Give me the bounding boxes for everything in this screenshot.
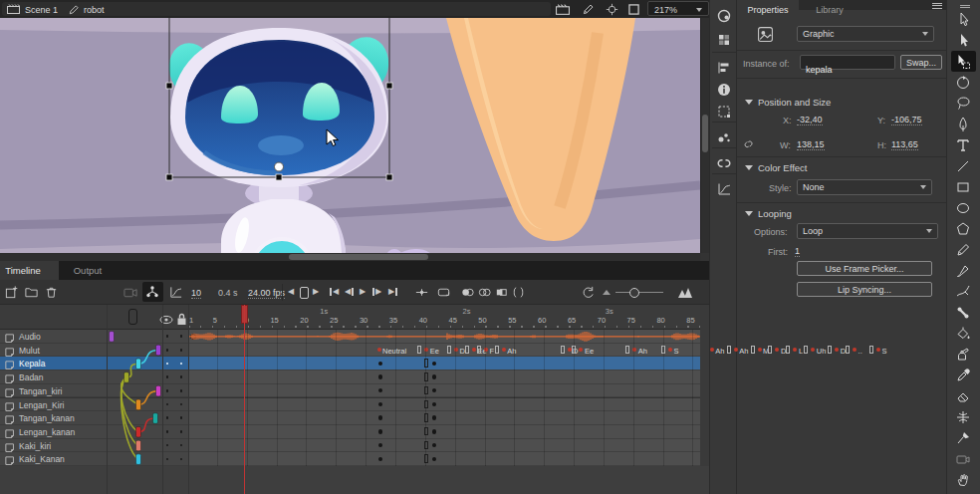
x-value[interactable]: -32,40 xyxy=(797,116,823,125)
keyframe-marker[interactable] xyxy=(502,348,506,352)
layer-row-kepala[interactable]: Kepala xyxy=(0,357,107,370)
paint-bucket-tool[interactable] xyxy=(955,326,971,342)
layer-frames-kepala[interactable] xyxy=(188,357,700,370)
frame-span-end-marker[interactable] xyxy=(495,346,499,355)
play-button[interactable]: ▶ xyxy=(360,288,366,296)
keyframe-marker[interactable] xyxy=(432,429,436,433)
frame-span-end-marker[interactable] xyxy=(465,346,469,355)
layer-frames-mulut[interactable]: NeutralEeDEeFAhDEeAhSAhAhMDLUhD..S xyxy=(188,344,700,358)
go-last-frame-button[interactable]: ▶ xyxy=(388,288,397,296)
eraser-tool[interactable] xyxy=(955,388,971,404)
frame-span-end-marker[interactable] xyxy=(572,346,576,355)
asset-warp-tool[interactable] xyxy=(955,409,971,425)
layer-row-audio[interactable]: Audio xyxy=(0,330,107,344)
layer-row-mulut[interactable]: Mulut xyxy=(0,344,107,358)
keyframe-marker[interactable] xyxy=(568,348,572,352)
y-value[interactable]: -106,75 xyxy=(891,116,922,125)
parenting-view-toggle[interactable] xyxy=(142,282,163,302)
h-value[interactable]: 113,65 xyxy=(891,140,918,150)
layer-row-tangan_kiri[interactable]: Tangan_kiri xyxy=(0,384,107,398)
keyframe-marker[interactable] xyxy=(432,443,436,447)
tab-timeline[interactable]: Timeline xyxy=(0,261,59,280)
step-forward-button[interactable]: ▶ xyxy=(313,288,319,296)
playhead-line[interactable] xyxy=(244,305,245,494)
vertical-scrollbar-thumb[interactable] xyxy=(702,115,708,152)
new-layer-button[interactable] xyxy=(4,285,19,300)
edit-multiple-frames-icon[interactable] xyxy=(494,285,509,300)
tab-output[interactable]: Output xyxy=(62,261,114,280)
keyframe-marker[interactable] xyxy=(378,362,382,366)
layer-frames-tangan_kiri[interactable] xyxy=(188,384,700,398)
layer-row-lengan_kiri[interactable]: Lengan_Kiri xyxy=(0,398,107,412)
keyframe-marker[interactable] xyxy=(432,402,436,406)
hand-tool[interactable] xyxy=(955,472,971,488)
layer-row-kaki_kiri[interactable]: Kaki_kiri xyxy=(0,439,107,453)
loop-playback-icon[interactable] xyxy=(436,285,451,300)
keyframe-marker[interactable] xyxy=(378,374,382,378)
keyframe-marker[interactable] xyxy=(432,457,436,461)
next-keyframe-button[interactable]: ▶ xyxy=(372,288,381,296)
pin-tool[interactable] xyxy=(955,430,971,446)
swatches-panel-icon[interactable] xyxy=(716,32,732,48)
onion-skin-icon[interactable] xyxy=(460,285,475,300)
frame-span-end-marker[interactable] xyxy=(846,346,850,355)
timeline-zoom-slider-handle[interactable] xyxy=(629,288,639,298)
center-playhead-icon[interactable] xyxy=(414,285,429,300)
stage-vertical-scrollbar[interactable] xyxy=(700,18,709,253)
delete-layer-button[interactable] xyxy=(44,285,59,300)
keyframe-marker[interactable] xyxy=(432,374,436,378)
link-width-height-icon[interactable] xyxy=(742,137,756,151)
new-folder-button[interactable] xyxy=(24,285,39,300)
loop-options-dropdown[interactable]: Loop xyxy=(797,223,938,239)
keyframe-marker[interactable] xyxy=(579,348,583,352)
first-frame-value[interactable]: 1 xyxy=(795,247,800,257)
frame-span-end-marker[interactable] xyxy=(786,346,790,355)
stage-horizontal-scrollbar[interactable] xyxy=(0,253,700,261)
timeline-zoom-out-icon[interactable] xyxy=(603,290,611,295)
keyframe-marker[interactable] xyxy=(632,348,636,352)
eyedropper-tool[interactable] xyxy=(955,368,971,383)
keyframe-marker[interactable] xyxy=(734,348,738,352)
frame-span-end-marker[interactable] xyxy=(424,427,428,436)
keyframe-marker[interactable] xyxy=(432,388,436,392)
layer-row-lengan_kanan[interactable]: Lengan_kanan xyxy=(0,425,107,439)
frame-span-end-marker[interactable] xyxy=(424,372,428,381)
prev-keyframe-button[interactable]: ◀ xyxy=(345,288,354,296)
graph-editor-icon[interactable] xyxy=(168,285,183,300)
frame-span-end-marker[interactable] xyxy=(768,346,772,355)
keyframe-marker[interactable] xyxy=(424,348,428,352)
reset-timeline-zoom-icon[interactable] xyxy=(581,285,596,300)
symbol-type-dropdown[interactable]: Graphic xyxy=(797,26,934,42)
info-panel-icon[interactable] xyxy=(716,82,732,98)
panel-menu-icon[interactable] xyxy=(932,1,942,9)
keyframe-marker[interactable] xyxy=(484,348,488,352)
bone-tool[interactable] xyxy=(955,305,971,321)
tab-properties[interactable]: Properties xyxy=(737,0,799,10)
camera-icon[interactable] xyxy=(123,286,138,299)
color-style-dropdown[interactable]: None xyxy=(797,179,932,195)
frame-span-end-marker[interactable] xyxy=(727,346,731,355)
layer-row-kaki_kanan[interactable]: Kaki_Kanan xyxy=(0,452,107,466)
frame-span-end-marker[interactable] xyxy=(625,346,629,355)
symbol-breadcrumb[interactable]: robot xyxy=(84,6,105,15)
stage-canvas[interactable] xyxy=(0,18,700,253)
layer-frames-lengan_kanan[interactable] xyxy=(188,425,700,439)
gradient-transform-tool[interactable] xyxy=(955,75,971,91)
frame-rate-field[interactable]: 24.00 fps xyxy=(248,289,285,299)
use-frame-picker-button[interactable]: Use Frame Picker... xyxy=(797,261,932,276)
section-color-effect[interactable]: Color Effect xyxy=(745,162,807,173)
swap-button[interactable]: Swap... xyxy=(900,55,942,70)
keyframe-marker[interactable] xyxy=(378,457,382,461)
scene-breadcrumb[interactable]: Scene 1 xyxy=(25,6,58,15)
layer-frames-badan[interactable] xyxy=(188,370,700,384)
onion-skin-outlines-icon[interactable] xyxy=(477,285,492,300)
keyframe-marker[interactable] xyxy=(378,429,382,433)
layer-row-tangan_kanan[interactable]: Tangan_kanan xyxy=(0,411,107,425)
subselection-tool[interactable] xyxy=(955,33,971,49)
polystar-tool[interactable] xyxy=(955,221,971,237)
rectangle-tool[interactable] xyxy=(955,179,971,195)
step-back-button[interactable]: ◀ xyxy=(288,288,294,296)
free-transform-tool[interactable] xyxy=(955,54,971,70)
frame-span-end-marker[interactable] xyxy=(417,346,421,355)
brushes-panel-icon[interactable] xyxy=(716,129,732,145)
